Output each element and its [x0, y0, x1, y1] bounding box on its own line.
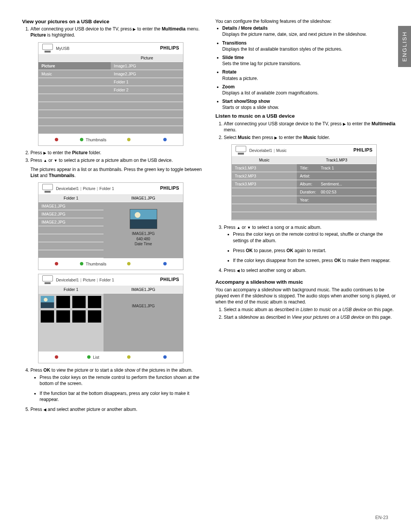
step-3: Press or to select a picture or a pictur… — [30, 157, 202, 364]
screenshot-usb-root: MyUSB PHILIPS Picture Music — [38, 42, 183, 146]
accompany-procedure: Select a music album as described in Lis… — [215, 307, 396, 320]
philips-logo: PHILIPS — [160, 276, 179, 283]
column-header: Track1.MP3 — [297, 156, 376, 164]
section-heading-accompany: Accompany a slideshow with music — [215, 279, 396, 286]
thumbnail — [72, 310, 86, 323]
step-1: After connecting your USB storage device… — [224, 121, 396, 133]
substep: If the function bar at the bottom disapp… — [40, 390, 202, 403]
red-key-icon — [55, 138, 58, 141]
play-icon — [43, 150, 46, 155]
thumbnail — [56, 296, 70, 308]
column-header: Folder 1 — [38, 286, 104, 293]
language-tab: ENGLISH — [398, 26, 411, 67]
green-key-icon — [80, 262, 83, 265]
breadcrumb: MyUSB — [56, 46, 70, 51]
red-key-icon — [55, 355, 58, 359]
screenshot-thumbnail-view: Devicelabel1| Picture| Folder 1 PHILIPS … — [38, 274, 183, 363]
substep: Press the color keys on the remote contr… — [233, 231, 396, 243]
list-item: Image2.JPG — [111, 70, 183, 78]
philips-logo: PHILIPS — [160, 45, 179, 51]
list-item: Track3.MP3 — [232, 180, 297, 188]
screenshot-list-view: Devicelabel1| Picture| Folder 1 PHILIPS … — [38, 182, 183, 270]
step-1: Select a music album as described in Lis… — [224, 307, 396, 313]
meta-row: Duration:00:02:53 — [297, 188, 376, 196]
tv-icon — [41, 183, 54, 194]
blue-key-icon — [163, 262, 167, 265]
step-4: Press OK to view the picture or to start… — [30, 367, 202, 403]
step-4: Press to select another song or album. — [224, 267, 396, 273]
philips-logo: PHILIPS — [354, 147, 373, 153]
tv-icon — [235, 145, 247, 156]
right-column: You can configure the following features… — [215, 18, 396, 414]
step-2: Start a slideshow as described in View y… — [224, 314, 396, 320]
column-header: Folder 1 — [38, 194, 104, 202]
blue-key-icon — [163, 138, 167, 141]
thumbnail — [41, 296, 54, 308]
green-key-icon — [80, 138, 83, 141]
yellow-key-icon — [127, 138, 131, 141]
image-preview: IMAGE1.JPG — [104, 294, 183, 351]
list-item: IMAGE2.JPG — [38, 218, 104, 226]
list-item: Details / More detailsDisplays the pictu… — [222, 25, 396, 37]
meta-row: Year: — [297, 196, 376, 204]
slideshow-intro: You can configure the following features… — [215, 18, 396, 24]
column-header: IMAGE1.JPG — [104, 194, 183, 202]
green-key-icon — [87, 355, 91, 359]
list-item: IMAGE1.JPG — [38, 202, 104, 210]
page-number: EN-23 — [375, 514, 388, 521]
left-icon — [237, 268, 240, 273]
substep: If the color keys disappear from the scr… — [233, 257, 396, 264]
left-column: View your pictures on a USB device After… — [22, 18, 202, 414]
list-item: Image1.JPG — [111, 62, 183, 70]
column-header: IMAGE1.JPG — [104, 286, 183, 293]
list-item: Music — [38, 70, 111, 78]
philips-logo: PHILIPS — [160, 185, 179, 191]
breadcrumb: Devicelabel1| Picture| Folder 1 — [56, 186, 114, 191]
accompany-intro: You can accompany a slideshow with backg… — [215, 287, 396, 305]
language-label: ENGLISH — [401, 31, 408, 62]
list-item: Start show/Stop showStarts or stops a sl… — [222, 98, 396, 110]
slideshow-feature-list: Details / More detailsDisplays the pictu… — [215, 25, 396, 110]
list-item: ZoomDisplays a list of available zoom ma… — [222, 84, 396, 96]
step-1: After connecting your USB device to the … — [30, 26, 202, 145]
tv-icon — [41, 43, 54, 54]
thumbnail — [72, 296, 86, 308]
screenshot-music-list: Devicelabel1| Music PHILIPS Music Track1… — [231, 144, 377, 220]
list-item: Picture — [38, 62, 111, 70]
tv-icon — [41, 275, 54, 285]
step-2: Press to enter the Picture folder. — [30, 150, 202, 156]
substep: Press OK to pause, press OK again to res… — [233, 248, 396, 254]
step-2: Select Music then press to enter the Mus… — [224, 134, 396, 220]
down-icon — [247, 225, 251, 230]
thumbnail — [41, 310, 54, 323]
list-item: TransitionsDisplays the list of availabl… — [222, 40, 396, 52]
list-item: Track1.MP3 — [232, 164, 297, 172]
step-5: Press and select another picture or anot… — [30, 406, 202, 412]
document-page: ENGLISH View your pictures on a USB devi… — [0, 0, 411, 532]
yellow-key-icon — [127, 262, 131, 265]
left-icon — [43, 407, 46, 412]
step-3: Press or to select a song or a music alb… — [224, 224, 396, 264]
breadcrumb: Devicelabel1| Music — [249, 148, 287, 153]
red-key-icon — [55, 262, 58, 265]
up-icon — [237, 225, 241, 230]
up-icon — [43, 158, 47, 163]
music-procedure: After connecting your USB storage device… — [215, 121, 396, 274]
thumbnail — [88, 296, 101, 308]
yellow-key-icon — [127, 355, 131, 359]
substep: Press the color keys on the remote contr… — [40, 374, 202, 387]
thumbnail — [56, 310, 70, 323]
down-icon — [54, 158, 57, 163]
meta-row: Artist: — [297, 172, 376, 180]
section-heading-view-pictures: View your pictures on a USB device — [22, 18, 202, 25]
column-header: Music — [232, 156, 297, 164]
play-icon — [343, 121, 346, 126]
blue-key-icon — [163, 355, 167, 359]
image-preview: IMAGE1.JPG 640:480 Date Time — [104, 202, 183, 258]
list-item: Track2.MP3 — [232, 172, 297, 180]
list-item: RotateRotates a picture. — [222, 69, 396, 81]
thumbnail-grid — [38, 294, 104, 325]
meta-row: Album:Sentiment... — [297, 180, 376, 188]
preview-thumbnail — [130, 209, 157, 229]
column-header: Picture — [111, 54, 183, 62]
